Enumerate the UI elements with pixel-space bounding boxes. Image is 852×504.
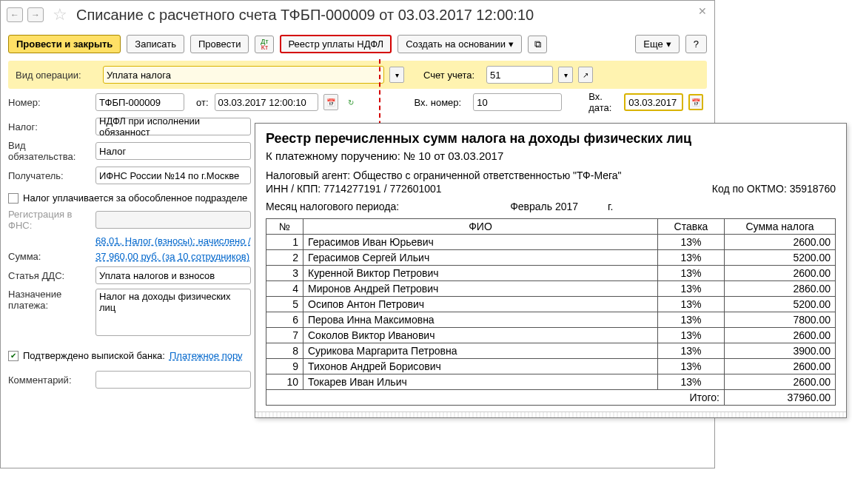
- number-field[interactable]: ТФБП-000009: [95, 93, 184, 111]
- tax-label: Налог:: [8, 121, 90, 132]
- obl-type-field[interactable]: Налог: [95, 142, 251, 160]
- cell-sum: 2860.00: [725, 281, 836, 297]
- create-based-on-button[interactable]: Создать на основании▾: [398, 35, 522, 53]
- cell-rate: 13%: [658, 266, 725, 281]
- dropdown-icon[interactable]: ▾: [389, 67, 404, 83]
- dropdown-icon[interactable]: ▾: [558, 67, 573, 83]
- cell-rate: 13%: [658, 250, 725, 266]
- nav-back-button[interactable]: ←: [7, 7, 23, 22]
- in-no-label: Вх. номер:: [415, 97, 462, 108]
- cell-fio: Перова Инна Максимовна: [303, 312, 658, 328]
- table-row: 4 Миронов Андрей Петрович 13% 2860.00: [266, 281, 836, 297]
- col-fio: ФИО: [303, 219, 658, 235]
- cell-fio: Герасимов Сергей Ильич: [303, 250, 658, 266]
- save-button[interactable]: Записать: [127, 35, 184, 53]
- col-sum: Сумма налога: [725, 219, 836, 235]
- in-date-field[interactable]: 03.03.2017: [624, 93, 683, 111]
- confirmed-label: Подтверждено выпиской банка:: [23, 350, 165, 361]
- payment-order-link[interactable]: Платежное пору: [170, 350, 243, 361]
- toolbar: Провести и закрыть Записать Провести ДтК…: [1, 32, 714, 61]
- cell-rate: 13%: [658, 297, 725, 312]
- table-row: 6 Перова Инна Максимовна 13% 7800.00: [266, 312, 836, 328]
- favorite-icon[interactable]: ☆: [53, 5, 67, 24]
- report-oktmo: Код по ОКТМО: 35918760: [712, 183, 836, 195]
- cell-no: 5: [266, 297, 303, 312]
- open-icon[interactable]: ↗: [578, 67, 593, 83]
- close-icon[interactable]: ✕: [698, 5, 707, 17]
- post-button[interactable]: Провести: [190, 35, 249, 53]
- account-field[interactable]: 51: [486, 66, 553, 84]
- calendar-icon[interactable]: 📅: [323, 94, 338, 110]
- col-rate: Ставка: [658, 219, 725, 235]
- subdiv-label: Налог уплачивается за обособленное подра…: [23, 192, 247, 204]
- cell-rate: 13%: [658, 235, 725, 250]
- chevron-down-icon: ▾: [666, 38, 671, 50]
- table-row: 9 Тихонов Андрей Борисович 13% 2600.00: [266, 359, 836, 374]
- cell-rate: 13%: [658, 374, 725, 390]
- purpose-field[interactable]: Налог на доходы физических лиц: [95, 289, 251, 336]
- cell-fio: Тихонов Андрей Борисович: [303, 359, 658, 374]
- obl-type-label: Вид обязательства:: [8, 140, 90, 162]
- refresh-icon[interactable]: ↻: [343, 94, 358, 110]
- total-label: Итого:: [266, 390, 725, 406]
- cell-fio: Куренной Виктор Петрович: [303, 266, 658, 281]
- table-row: 3 Куренной Виктор Петрович 13% 2600.00: [266, 266, 836, 281]
- table-row: 7 Соколов Виктор Иванович 13% 2600.00: [266, 328, 836, 343]
- dtkt-button[interactable]: ДтКт: [255, 36, 274, 53]
- date-field[interactable]: 03.03.2017 12:00:10: [215, 93, 318, 111]
- report-inn-kpp: ИНН / КПП: 7714277191 / 772601001: [266, 183, 442, 195]
- comment-field[interactable]: [95, 371, 251, 389]
- in-no-field[interactable]: 10: [473, 93, 562, 111]
- dds-field[interactable]: Уплата налогов и взносов: [95, 266, 251, 284]
- table-row: 1 Герасимов Иван Юрьевич 13% 2600.00: [266, 235, 836, 250]
- nav-forward-button[interactable]: →: [27, 7, 44, 22]
- subdiv-checkbox[interactable]: [8, 193, 19, 204]
- cell-sum: 7800.00: [725, 312, 836, 328]
- accrued-link[interactable]: 68.01, Налог (взносы): начислено /: [95, 235, 251, 246]
- recipient-field[interactable]: ИФНС России №14 по г.Москве: [95, 167, 251, 184]
- cell-sum: 2600.00: [725, 235, 836, 250]
- op-type-row: Вид операции: Уплата налога ▾ Счет учета…: [8, 61, 707, 89]
- cell-rate: 13%: [658, 312, 725, 328]
- structure-button[interactable]: ⧉: [528, 36, 547, 53]
- calendar-icon[interactable]: 📅: [688, 94, 703, 110]
- table-row: 2 Герасимов Сергей Ильич 13% 5200.00: [266, 250, 836, 266]
- report-table: № ФИО Ставка Сумма налога 1 Герасимов Ив…: [266, 218, 836, 406]
- chevron-down-icon: ▾: [509, 38, 514, 50]
- reg-fns-field: [95, 211, 251, 229]
- sum-link[interactable]: 37 960,00 руб. (за 10 сотрудников): [95, 251, 249, 262]
- cell-no: 8: [266, 343, 303, 359]
- registry-ndfl-button[interactable]: Реестр уплаты НДФЛ: [280, 35, 392, 53]
- cell-fio: Миронов Андрей Петрович: [303, 281, 658, 297]
- recipient-label: Получатель:: [8, 170, 90, 181]
- tax-field[interactable]: НДФЛ при исполнении обязанност: [95, 118, 251, 135]
- help-button[interactable]: ?: [685, 35, 707, 53]
- cell-no: 2: [266, 250, 303, 266]
- total-value: 37960.00: [725, 390, 836, 406]
- number-row: Номер: ТФБП-000009 от: 03.03.2017 12:00:…: [1, 89, 714, 115]
- cell-rate: 13%: [658, 328, 725, 343]
- cell-sum: 2600.00: [725, 328, 836, 343]
- report-period-value: Февраль 2017: [510, 201, 578, 212]
- torn-edge: [255, 411, 846, 417]
- confirmed-checkbox[interactable]: ✔: [8, 351, 19, 361]
- reg-fns-label: Регистрация в ФНС:: [8, 209, 90, 231]
- cell-rate: 13%: [658, 343, 725, 359]
- op-type-field[interactable]: Уплата налога: [103, 66, 384, 84]
- sum-label: Сумма:: [8, 251, 90, 262]
- more-button[interactable]: Еще▾: [635, 35, 679, 53]
- in-date-label: Вх. дата:: [588, 91, 618, 113]
- cell-no: 10: [266, 374, 303, 390]
- op-type-label: Вид операции:: [16, 70, 97, 81]
- table-row: 5 Осипов Антон Петрович 13% 5200.00: [266, 297, 836, 312]
- post-and-close-button[interactable]: Провести и закрыть: [8, 35, 121, 53]
- comment-label: Комментарий:: [8, 374, 90, 386]
- report-subtitle: К платежному поручению: № 10 от 03.03.20…: [266, 149, 836, 162]
- cell-fio: Соколов Виктор Иванович: [303, 328, 658, 343]
- report-panel: Реестр перечисленных сумм налога на дохо…: [255, 123, 847, 418]
- account-label: Счет учета:: [423, 70, 474, 81]
- cell-sum: 2600.00: [725, 266, 836, 281]
- col-no: №: [266, 219, 303, 235]
- cell-fio: Токарев Иван Ильич: [303, 374, 658, 390]
- table-row: 8 Сурикова Маргарита Петровна 13% 3900.0…: [266, 343, 836, 359]
